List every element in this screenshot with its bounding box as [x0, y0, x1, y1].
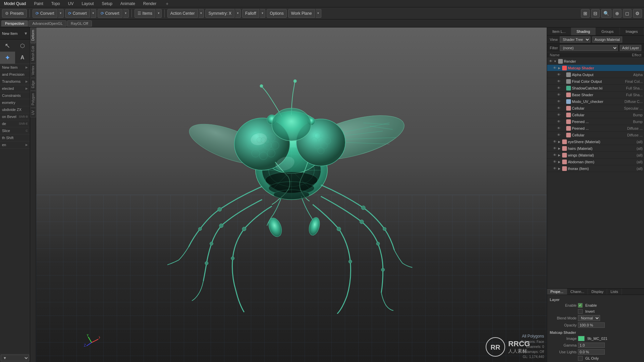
shader-item[interactable]: 👁 Cellular Bump — [547, 112, 644, 118]
visibility-icon[interactable]: 👁 — [552, 153, 557, 158]
image-color-swatch[interactable] — [578, 336, 585, 341]
items-button[interactable]: ☰ Items — [135, 9, 155, 18]
menu-item-uv[interactable]: UV — [67, 1, 75, 7]
symmetry-arrow[interactable]: ▼ — [235, 9, 241, 18]
add-layer-button[interactable]: Add Layer — [620, 45, 641, 51]
visibility-icon[interactable]: 👁 — [556, 106, 561, 111]
menu-item-setup[interactable]: Setup — [100, 1, 113, 7]
sidebar-tool-lasso[interactable]: ⬡ — [15, 40, 30, 52]
shader-item[interactable]: 👁 ▶ thorax (Item) (all) — [547, 165, 644, 172]
work-plane-button[interactable]: Work Plane — [288, 9, 315, 18]
menu-item-animate[interactable]: Animate — [119, 1, 137, 7]
falloff-button[interactable]: Falloff — [242, 9, 259, 18]
visibility-icon[interactable]: 👁 — [552, 160, 557, 164]
shader-item[interactable]: 👁 Final Color Output Final Col... — [547, 78, 644, 85]
sidebar-item-bevel[interactable]: on Bevel Shift-B — [0, 113, 30, 120]
sidebar-tool-transform[interactable]: ✦ — [0, 52, 15, 64]
sidebar-filter-select[interactable]: ▼ — [1, 355, 29, 361]
sidebar-tab-deform[interactable]: Deform — [30, 27, 36, 43]
sidebar-item-subdivide[interactable]: ubdivide ZX — [0, 106, 30, 113]
viewport-control-3[interactable]: 🔍 — [601, 9, 611, 18]
shader-item[interactable]: 👁 Peened ... Bump — [547, 118, 644, 125]
action-center-arrow[interactable]: ▼ — [199, 9, 204, 18]
convert-arrow-2[interactable]: ▼ — [91, 9, 96, 18]
visibility-icon[interactable]: 👁 — [556, 126, 561, 131]
visibility-icon[interactable]: 👁 — [556, 72, 561, 77]
visibility-icon[interactable]: 👁 — [552, 166, 557, 171]
falloff-arrow[interactable]: ▼ — [260, 9, 266, 18]
shader-item[interactable]: 👁 ▶ hairs (Material) (all) — [547, 145, 644, 152]
sidebar-item-slice[interactable]: Slice C — [0, 127, 30, 134]
sidebar-tab-uv[interactable]: UV — [30, 108, 36, 117]
sidebar-tool-select[interactable]: ↖ — [0, 40, 15, 52]
sidebar-item-en[interactable]: en ▶ — [0, 141, 30, 148]
visibility-icon[interactable]: 👁 — [552, 139, 557, 144]
view-tab-advanced-opengl[interactable]: AdvancedOpenGL — [29, 20, 66, 26]
shader-item[interactable]: 👁 ▼ Render — [547, 58, 644, 65]
right-tab-shading[interactable]: Shading — [571, 27, 595, 35]
visibility-icon[interactable]: 👁 — [556, 79, 561, 84]
lists-tab[interactable]: Lists — [607, 289, 622, 295]
visibility-icon[interactable]: 👁 — [548, 59, 553, 64]
items-arrow[interactable]: ▼ — [156, 9, 162, 18]
sidebar-item-constraints[interactable]: Constraints — [0, 92, 30, 99]
enable-checkbox[interactable] — [578, 303, 583, 308]
sidebar-tab-edge[interactable]: Edge — [30, 78, 36, 90]
sidebar-item-precision[interactable]: and Precision — [0, 71, 30, 78]
convert-button-1[interactable]: ⟳ Convert — [33, 9, 57, 18]
visibility-icon[interactable]: 👁 — [556, 133, 561, 137]
menu-item-plus[interactable]: + — [164, 0, 170, 7]
shader-item[interactable]: 👁 Peened ... Diffuse ... — [547, 125, 644, 132]
sidebar-item-shift[interactable]: th Shift — [0, 134, 30, 141]
sidebar-tool-text[interactable]: A — [15, 52, 30, 64]
display-tab[interactable]: Display — [588, 289, 607, 295]
invert-checkbox[interactable] — [578, 309, 583, 314]
sidebar-item-edge[interactable]: de Shift-E — [0, 120, 30, 127]
assign-material-button[interactable]: Assign Material — [592, 37, 622, 43]
visibility-icon[interactable]: 👁 — [556, 86, 561, 90]
shader-item[interactable]: 👁 Cellular Specular ... — [547, 105, 644, 112]
menu-item-render[interactable]: Render — [142, 1, 158, 7]
shader-item[interactable]: 👁 ▶ Abdoman (Item) (all) — [547, 159, 644, 165]
convert-arrow-1[interactable]: ▼ — [58, 9, 64, 18]
view-tab-raygl[interactable]: RayGL:Off — [67, 20, 92, 26]
new-item-arrow[interactable]: ▼ — [24, 31, 28, 36]
sidebar-tab-vertex[interactable]: Vertex — [30, 63, 36, 77]
menu-item-model-quad[interactable]: Model Quad — [3, 1, 27, 7]
visibility-icon[interactable]: 👁 — [556, 119, 561, 124]
options-button[interactable]: Options — [267, 9, 286, 18]
visibility-icon[interactable]: 👁 — [552, 146, 557, 151]
sidebar-item-transforms[interactable]: Transforms ▶ — [0, 78, 30, 85]
view-tab-perspective[interactable]: Perspective — [1, 20, 28, 26]
visibility-icon[interactable]: 👁 — [556, 113, 561, 117]
sidebar-tab-mesh-edit[interactable]: Mesh Edit — [30, 44, 36, 63]
symmetry-button[interactable]: Symmetry: X — [205, 9, 234, 18]
use-lights-input[interactable] — [578, 349, 605, 355]
right-tab-item-list[interactable]: Item L... — [547, 27, 571, 35]
blend-mode-select[interactable]: Normal — [578, 315, 600, 321]
viewport[interactable]: All Polygons Polygons: Face Channels: 0 … — [36, 27, 547, 362]
shader-item[interactable]: 👁 Modo_UV_checker Diffuse C... — [547, 98, 644, 105]
convert-arrow-3[interactable]: ▼ — [123, 9, 129, 18]
viewport-control-6[interactable]: ⚙ — [633, 9, 642, 18]
gamma-input[interactable] — [578, 343, 605, 348]
shader-item[interactable]: 👁 Alpha Output Alpha — [547, 71, 644, 78]
convert-button-3[interactable]: ⟳ Convert — [98, 9, 122, 18]
presets-button[interactable]: ⚙ Presets — [2, 9, 27, 18]
visibility-icon[interactable]: 👁 — [556, 93, 561, 97]
shader-tree-view-select[interactable]: Shader Tree — [560, 37, 590, 43]
gl-only-checkbox[interactable] — [578, 356, 583, 361]
shader-item[interactable]: 👁 ▶ eyeShere (Material) (all) — [547, 138, 644, 145]
shader-item[interactable]: 👁 ShadowCatcher.lxi Full Sha... — [547, 85, 644, 92]
shader-item[interactable]: 👁 Base Shader Full Sha... — [547, 92, 644, 98]
action-center-button[interactable]: Action Center — [167, 9, 198, 18]
viewport-control-1[interactable]: ⊞ — [581, 9, 590, 18]
convert-button-2[interactable]: ⟳ Convert — [65, 9, 90, 18]
work-plane-arrow[interactable]: ▼ — [316, 9, 321, 18]
shader-item[interactable]: 👁 ▶ Matcap Shader — [547, 65, 644, 71]
right-tab-groups[interactable]: Groups — [596, 27, 620, 35]
opacity-input[interactable] — [578, 322, 605, 328]
menu-item-paint[interactable]: Paint — [33, 1, 44, 7]
sidebar-item-geometry[interactable]: eometry — [0, 99, 30, 106]
viewport-control-5[interactable]: ◻ — [623, 9, 632, 18]
